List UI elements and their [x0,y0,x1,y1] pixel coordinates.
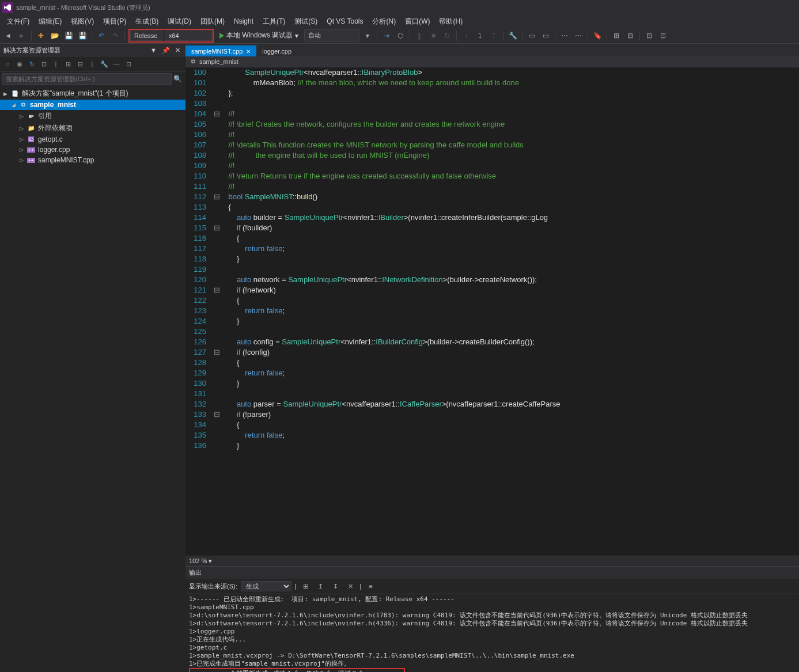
menu-文件(F)[interactable]: 文件(F) [2,15,34,28]
search-icon[interactable]: 🔍 [172,73,183,85]
menu-分析(N)[interactable]: 分析(N) [368,15,400,28]
fold-icon[interactable] [213,378,220,389]
dropdown-icon[interactable]: ▼ [149,47,158,54]
fold-icon[interactable] [213,181,220,192]
close-icon[interactable]: ✕ [173,47,182,54]
window-layout-icon[interactable]: ▭ [526,30,537,41]
tab-logger.cpp[interactable]: logger.cpp [256,45,297,56]
fold-icon[interactable] [213,202,220,212]
collapse-icon[interactable]: ◉ [14,59,25,69]
menu-调试(D)[interactable]: 调试(D) [163,15,196,28]
new-project-button[interactable]: ✚ [35,30,47,41]
tab-sampleMNIST.cpp[interactable]: sampleMNIST.cpp✕ [185,45,256,56]
fold-icon[interactable] [213,254,220,264]
menu-编辑(E)[interactable]: 编辑(E) [34,15,66,28]
find-message-icon[interactable]: ⊞ [300,580,312,592]
bookmark-icon[interactable]: 🔖 [592,30,603,41]
filter-icon[interactable]: ⊞ [63,59,73,69]
fold-icon[interactable]: ⊟ [213,192,220,202]
fold-icon[interactable] [213,306,220,316]
breadcrumb[interactable]: ⧉ sample_mnist [185,56,799,67]
fold-icon[interactable] [213,430,220,441]
fold-icon[interactable] [213,119,220,130]
menu-团队(M)[interactable]: 团队(M) [196,15,229,28]
toolbox-icon2[interactable]: ▭ [540,30,551,41]
expand-icon[interactable]: ▷ [18,126,24,131]
restart-icon[interactable]: ↻ [441,30,453,41]
code-editor[interactable]: 100 SampleUniquePtr<nvcaffeparser1::IBin… [185,67,799,556]
menu-测试(S)[interactable]: 测试(S) [290,15,322,28]
fold-icon[interactable] [213,368,220,378]
fold-icon[interactable] [213,295,220,306]
pause-icon[interactable]: ‖ [414,30,425,41]
fold-icon[interactable] [213,399,220,409]
close-icon[interactable]: ✕ [246,48,251,55]
expand-icon[interactable]: ▷ [18,113,24,119]
tree-item-引用[interactable]: ▷■•引用 [0,110,185,122]
sync-icon[interactable]: ⊡ [39,59,49,69]
fold-icon[interactable] [213,233,220,244]
fold-icon[interactable] [213,326,220,337]
menu-生成(B)[interactable]: 生成(B) [131,15,163,28]
fold-icon[interactable]: ⊟ [213,409,220,420]
menu-视图(V)[interactable]: 视图(V) [66,15,99,28]
fold-icon[interactable] [213,150,220,161]
fold-icon[interactable] [213,140,220,150]
fold-icon[interactable] [213,244,220,254]
expand-icon[interactable]: ▷ [18,136,24,142]
step-out-icon[interactable]: ⤴ [488,30,499,41]
fold-icon[interactable] [213,264,220,275]
preview-icon[interactable]: — [111,59,122,69]
tree-item-getopt.c[interactable]: ▷Cgetopt.c [0,134,185,145]
fold-icon[interactable] [213,389,220,399]
show-all-icon[interactable]: ⊟ [75,59,85,69]
fold-icon[interactable] [213,337,220,347]
misc-icon[interactable]: ⊞ [611,30,622,41]
expand-icon[interactable]: ▶ [2,91,8,97]
fold-icon[interactable]: ⊟ [213,285,220,295]
menu-帮助(H)[interactable]: 帮助(H) [434,15,467,28]
save-all-button[interactable]: 💾 [77,30,88,41]
fold-icon[interactable] [213,441,220,451]
prev-msg-icon[interactable]: ↥ [315,580,327,592]
solution-search-input[interactable] [2,73,172,85]
debug-target-dropdown[interactable]: 自动 [304,29,359,41]
menu-项目(P)[interactable]: 项目(P) [99,15,131,28]
fold-icon[interactable] [213,316,220,326]
fold-icon[interactable] [213,98,220,109]
fold-icon[interactable]: ⊟ [213,109,220,119]
undo-button[interactable]: ↶ [96,30,107,41]
refresh-icon[interactable]: ↻ [26,59,37,69]
fold-icon[interactable] [213,212,220,223]
fold-icon[interactable] [213,171,220,181]
toggle-icon[interactable]: ⊡ [123,59,134,69]
fold-icon[interactable] [213,130,220,140]
fold-icon[interactable] [213,88,220,98]
step-into-icon[interactable]: ↓ [460,30,472,41]
fold-icon[interactable] [213,358,220,368]
step-button[interactable]: ⇥ [381,30,392,41]
nav-back-button[interactable]: ◄ [2,30,14,41]
fold-icon[interactable] [213,161,220,171]
next-msg-icon[interactable]: ↧ [330,580,342,592]
step-over-icon[interactable]: ⤵ [474,30,486,41]
menu-Qt VS Tools[interactable]: Qt VS Tools [322,16,368,27]
uncomment-icon[interactable]: ⋯ [573,30,584,41]
home-icon[interactable]: ⌂ [2,59,13,69]
comment-icon[interactable]: ⋯ [559,30,570,41]
solution-platform-dropdown[interactable]: x64 [165,31,212,41]
tree-item-sampleMNIST.cpp[interactable]: ▷++sampleMNIST.cpp [0,155,185,165]
clear-icon[interactable]: ✕ [345,580,357,592]
open-button[interactable]: 📂 [49,30,60,41]
fold-icon[interactable] [213,67,220,78]
misc-icon4[interactable]: ⊡ [657,30,669,41]
nav-forward-button[interactable]: ► [16,30,28,41]
word-wrap-icon[interactable]: ≡ [365,580,376,592]
menu-工具(T)[interactable]: 工具(T) [258,15,290,28]
fold-icon[interactable]: ⊟ [213,347,220,358]
tree-item-logger.cpp[interactable]: ▷++logger.cpp [0,145,185,155]
fold-icon[interactable] [213,78,220,88]
misc-icon2[interactable]: ⊟ [624,30,636,41]
menu-Nsight[interactable]: Nsight [229,16,258,27]
expand-icon[interactable]: ▷ [18,157,24,163]
